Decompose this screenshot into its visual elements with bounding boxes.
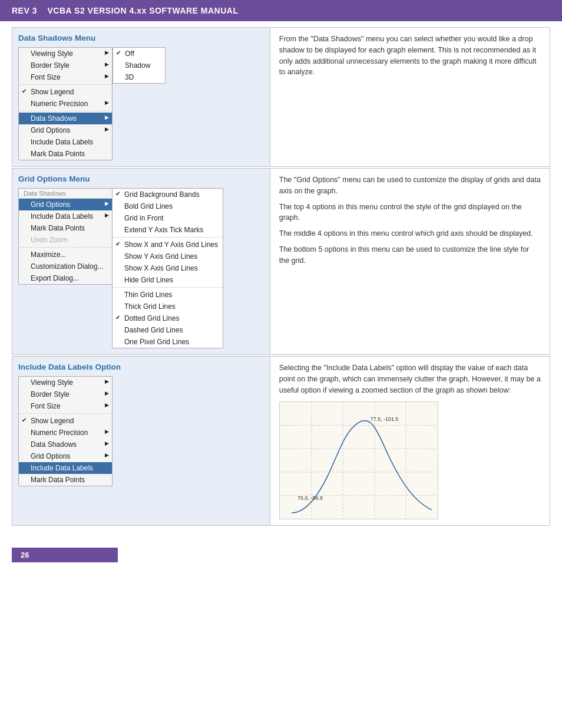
svg-text:75.0, -99.9: 75.0, -99.9 bbox=[297, 496, 323, 502]
idl-menu-show-legend[interactable]: Show Legend bbox=[19, 415, 112, 427]
menu-item-mark-data-points[interactable]: Mark Data Points bbox=[19, 148, 112, 160]
include-data-labels-description: Selecting the "Include Data Labels" opti… bbox=[279, 363, 541, 396]
submenu-dotted-grid-lines[interactable]: Dotted Grid Lines bbox=[113, 312, 223, 324]
grid-options-left: Grid Options Menu Data Shadows Grid Opti… bbox=[12, 169, 270, 354]
submenu-show-x-axis-grid-lines[interactable]: Show X Axis Grid Lines bbox=[113, 262, 223, 274]
menu-item-show-legend[interactable]: Show Legend bbox=[19, 86, 112, 98]
grid-menu-item-customization[interactable]: Customization Dialog... bbox=[19, 261, 112, 272]
submenu-grid-in-front[interactable]: Grid in Front bbox=[113, 212, 223, 224]
grid-options-title: Grid Options Menu bbox=[18, 174, 264, 183]
submenu-dashed-grid-lines[interactable]: Dashed Grid Lines bbox=[113, 324, 223, 336]
idl-menu-data-shadows[interactable]: Data Shadows bbox=[19, 439, 112, 450]
grid-options-menu-layout: Data Shadows Grid Options Include Data L… bbox=[18, 188, 264, 348]
submenu-item-3d[interactable]: 3D bbox=[113, 71, 165, 83]
grid-options-submenu: Grid Background Bands Bold Grid Lines Gr… bbox=[112, 188, 223, 348]
idl-menu-mark-data-points[interactable]: Mark Data Points bbox=[19, 474, 112, 486]
data-shadows-menu-layout: Viewing Style Border Style Font Size Sho… bbox=[18, 47, 264, 160]
include-data-labels-right: Selecting the "Include Data Labels" opti… bbox=[270, 357, 550, 525]
grid-menu-item-maximize[interactable]: Maximize... bbox=[19, 249, 112, 261]
grid-options-desc-1: The "Grid Options" menu can be used to c… bbox=[279, 174, 541, 197]
idl-menu-border-style[interactable]: Border Style bbox=[19, 388, 112, 400]
grid-menu-item-mark-data-points[interactable]: Mark Data Points bbox=[19, 222, 112, 234]
header-rev: REV 3 bbox=[12, 6, 37, 15]
submenu-hide-grid-lines[interactable]: Hide Grid Lines bbox=[113, 274, 223, 286]
menu-item-grid-options[interactable]: Grid Options bbox=[19, 124, 112, 136]
graph-svg: 77.5, -101.5 75.0, -99.9 bbox=[280, 402, 438, 519]
data-shadows-submenu: Off Shadow 3D bbox=[113, 47, 166, 84]
page-number-footer: 26 bbox=[12, 548, 118, 562]
menu-item-include-data-labels[interactable]: Include Data Labels bbox=[19, 136, 112, 148]
idl-menu-font-size[interactable]: Font Size bbox=[19, 400, 112, 412]
submenu-one-pixel-grid-lines[interactable]: One Pixel Grid Lines bbox=[113, 336, 223, 348]
submenu-show-y-axis-grid-lines[interactable]: Show Y Axis Grid Lines bbox=[113, 251, 223, 262]
submenu-show-x-and-y-axis-grid-lines[interactable]: Show X and Y Axis Grid Lines bbox=[113, 239, 223, 251]
svg-text:77.5, -101.5: 77.5, -101.5 bbox=[371, 416, 399, 422]
graph-area: 77.5, -101.5 75.0, -99.9 bbox=[279, 401, 438, 519]
grid-options-desc-4: The bottom 5 options in this menu can be… bbox=[279, 244, 541, 266]
footer-area: 26 bbox=[0, 533, 562, 568]
data-shadows-right: From the "Data Shadows" menu you can sel… bbox=[270, 28, 550, 166]
menu-item-numeric-precision[interactable]: Numeric Precision bbox=[19, 98, 112, 110]
include-data-labels-left: Include Data Labels Option Viewing Style… bbox=[12, 357, 270, 525]
data-shadows-description: From the "Data Shadows" menu you can sel… bbox=[279, 35, 537, 76]
menu-item-border-style[interactable]: Border Style bbox=[19, 60, 112, 71]
idl-menu-numeric-precision[interactable]: Numeric Precision bbox=[19, 427, 112, 439]
include-data-labels-section: Include Data Labels Option Viewing Style… bbox=[12, 356, 550, 526]
grid-options-desc-3: The middle 4 options in this menu contro… bbox=[279, 228, 541, 239]
grid-menu-item-export[interactable]: Export Dialog... bbox=[19, 272, 112, 284]
menu-item-viewing-style[interactable]: Viewing Style bbox=[19, 48, 112, 60]
submenu-item-off[interactable]: Off bbox=[113, 48, 165, 60]
page-number: 26 bbox=[21, 551, 29, 559]
grid-menu-item-grid-options[interactable]: Grid Options bbox=[19, 199, 112, 210]
submenu-item-shadow[interactable]: Shadow bbox=[113, 60, 165, 71]
grid-options-menu: Data Shadows Grid Options Include Data L… bbox=[18, 188, 113, 285]
page-header: REV 3 VCBA S2 VERSION 4.xx SOFTWARE MANU… bbox=[0, 0, 562, 21]
data-shadows-title: Data Shadows Menu bbox=[18, 34, 264, 42]
grid-menu-item-include-data-labels[interactable]: Include Data Labels bbox=[19, 210, 112, 222]
submenu-extend-y-axis-tick-marks[interactable]: Extend Y Axis Tick Marks bbox=[113, 224, 223, 236]
grid-options-section: Grid Options Menu Data Shadows Grid Opti… bbox=[12, 168, 550, 355]
include-data-labels-title: Include Data Labels Option bbox=[18, 363, 264, 371]
grid-menu-item-undo-zoom[interactable]: Undo Zoom bbox=[19, 234, 112, 246]
menu-item-data-shadows[interactable]: Data Shadows bbox=[19, 113, 112, 124]
idl-menu-include-data-labels[interactable]: Include Data Labels bbox=[19, 462, 112, 474]
data-shadows-section: Data Shadows Menu Viewing Style Border S… bbox=[12, 27, 550, 167]
header-title: VCBA S2 VERSION 4.xx SOFTWARE MANUAL bbox=[48, 6, 239, 15]
data-shadows-left: Data Shadows Menu Viewing Style Border S… bbox=[12, 28, 270, 166]
submenu-thick-grid-lines[interactable]: Thick Grid Lines bbox=[113, 301, 223, 312]
grid-options-right: The "Grid Options" menu can be used to c… bbox=[270, 169, 550, 354]
menu-item-font-size[interactable]: Font Size bbox=[19, 71, 112, 83]
data-shadows-menu: Viewing Style Border Style Font Size Sho… bbox=[18, 47, 113, 160]
include-data-labels-menu: Viewing Style Border Style Font Size Sho… bbox=[18, 376, 113, 486]
grid-menu-header: Data Shadows bbox=[19, 189, 112, 199]
submenu-bold-grid-lines[interactable]: Bold Grid Lines bbox=[113, 200, 223, 212]
submenu-thin-grid-lines[interactable]: Thin Grid Lines bbox=[113, 289, 223, 301]
idl-menu-viewing-style[interactable]: Viewing Style bbox=[19, 377, 112, 388]
grid-options-desc-2: The top 4 options in this menu control t… bbox=[279, 202, 541, 224]
idl-menu-grid-options[interactable]: Grid Options bbox=[19, 450, 112, 462]
submenu-grid-background-bands[interactable]: Grid Background Bands bbox=[113, 189, 223, 200]
